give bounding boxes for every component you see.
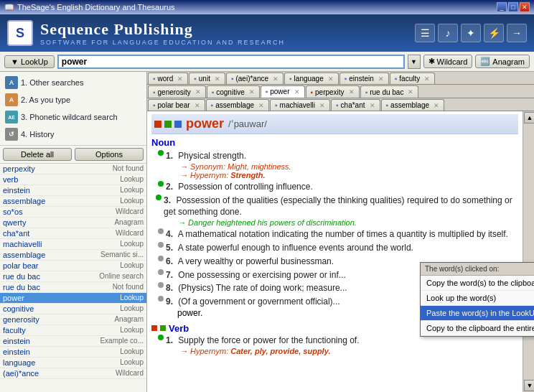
tab-tabs_row1-0[interactable]: ▪word✕ xyxy=(148,73,188,84)
tab-tabs_row1-1[interactable]: ▪unit✕ xyxy=(189,73,225,84)
history-item-17[interactable]: einsteinLookup xyxy=(0,347,146,358)
tab-tabs_row3-1[interactable]: ▪assemblage✕ xyxy=(206,99,269,111)
history-item-16[interactable]: einsteinExample co... xyxy=(0,336,146,347)
tab-close-icon[interactable]: ✕ xyxy=(177,75,183,83)
tab-tabs_row3-3[interactable]: ▪cha*ant✕ xyxy=(331,99,380,111)
tab-row-2: ▪generosity✕▪cognitive✕▪power✕▪perpexity… xyxy=(147,85,534,98)
dropdown-arrow-icon: ▼ xyxy=(11,57,19,66)
tab-close-icon[interactable]: ✕ xyxy=(195,88,201,95)
tab-close-icon[interactable]: ✕ xyxy=(294,88,300,95)
history-item-12[interactable]: powerLookup xyxy=(0,293,146,304)
tab-tabs_row3-2[interactable]: ▪machiavelli✕ xyxy=(270,99,330,111)
cm-lookup-word[interactable]: Look up the word(s) xyxy=(421,291,534,306)
history-type: Online search xyxy=(99,272,144,281)
history-item-14[interactable]: generosityAnagram xyxy=(0,314,146,325)
tab-close-icon[interactable]: ✕ xyxy=(370,102,375,109)
tab-tabs_row2-1[interactable]: ▪cognitive✕ xyxy=(207,85,260,98)
toolbar-icon-5[interactable]: → xyxy=(507,24,527,42)
search-input[interactable] xyxy=(57,55,405,69)
tab-tabs_row3-0[interactable]: ▪polar bear✕ xyxy=(148,99,205,111)
history-item-15[interactable]: facultyLookup xyxy=(0,325,146,336)
sidebar-scroll-down[interactable]: ▼ xyxy=(524,380,534,391)
tab-close-icon[interactable]: ✕ xyxy=(319,102,325,109)
history-type: Lookup xyxy=(120,358,144,367)
wildcard-button[interactable]: ✱ Wildcard xyxy=(423,55,473,68)
history-item-2[interactable]: einsteinLookup xyxy=(0,185,146,196)
tab-tabs_row2-2[interactable]: ▪power✕ xyxy=(261,85,305,98)
toolbar-icon-3[interactable]: ✦ xyxy=(461,24,481,42)
tab-label: (aei)*ance xyxy=(235,75,268,83)
tab-close-icon[interactable]: ✕ xyxy=(408,88,413,95)
content-main: power /ˈpauwar/ Noun 1. Physical strengt… xyxy=(147,111,523,392)
verb-def-1: 1. Supply the force or power for the fun… xyxy=(151,334,518,356)
history-item-6[interactable]: cha*antWildcard xyxy=(0,228,146,239)
history-item-1[interactable]: verbLookup xyxy=(0,174,146,185)
tab-tabs_row2-0[interactable]: ▪generosity✕ xyxy=(148,85,206,98)
cm-paste-word[interactable]: Paste the word(s) in the LookUp search b… xyxy=(421,306,534,321)
tab-close-icon[interactable]: ✕ xyxy=(249,88,255,95)
search-option-4[interactable]: ↺ 4. History xyxy=(2,126,144,143)
verb-hypernym-1: Hypernym: Cater, ply, provide, supply. xyxy=(166,347,360,355)
delete-all-button[interactable]: Delete all xyxy=(3,148,72,161)
tab-tabs_row2-4[interactable]: ▪rue du bac✕ xyxy=(360,85,419,98)
toolbar-icon-4[interactable]: ⚡ xyxy=(484,24,504,42)
search-option-1[interactable]: A 1. Other searches xyxy=(2,74,144,91)
history-item-0[interactable]: perpexityNot found xyxy=(0,164,146,174)
wildcard-icon: ✱ xyxy=(428,57,435,66)
history-type: Lookup xyxy=(120,326,144,335)
tab-close-icon[interactable]: ✕ xyxy=(273,75,278,83)
history-item-5[interactable]: qwertyAnagram xyxy=(0,218,146,228)
toolbar-icon-1[interactable]: ☰ xyxy=(415,24,435,42)
tab-label: unit xyxy=(199,75,210,83)
search-opt-icon-2: A xyxy=(5,93,18,106)
minimize-button[interactable]: _ xyxy=(497,2,507,12)
history-item-19[interactable]: (aei)*anceWildcard xyxy=(0,368,146,379)
tab-label: cognitive xyxy=(216,88,244,96)
history-item-7[interactable]: machiavelliLookup xyxy=(0,239,146,250)
cm-copy-definition[interactable]: Copy to the clipboard the entire definit… xyxy=(421,321,534,336)
anagram-label: Anagram xyxy=(492,57,525,66)
lookup-button[interactable]: ▼ LookUp xyxy=(4,55,55,68)
tab-tabs_row1-5[interactable]: ▪faculty✕ xyxy=(390,73,435,84)
history-item-13[interactable]: cognitiveLookup xyxy=(0,304,146,314)
close-button[interactable]: ✕ xyxy=(520,2,530,12)
history-item-3[interactable]: assemblageLookup xyxy=(0,196,146,207)
history-item-11[interactable]: rue du bacNot found xyxy=(0,282,146,293)
history-item-8[interactable]: assemblageSemantic si... xyxy=(0,250,146,261)
tab-icon: ▪ xyxy=(336,101,339,109)
sidebar-scroll-up[interactable]: ▲ xyxy=(524,112,534,123)
history-item-10[interactable]: rue du bacOnline search xyxy=(0,271,146,282)
tab-tabs_row3-4[interactable]: ▪assemblage✕ xyxy=(381,99,444,111)
history-item-18[interactable]: languageLookup xyxy=(0,358,146,368)
window-buttons: _ □ ✕ xyxy=(497,2,530,12)
def-1: 1. Physical strength. Synonym: Might, mi… xyxy=(151,149,518,180)
history-item-9[interactable]: polar bearLookup xyxy=(0,261,146,271)
tab-close-icon[interactable]: ✕ xyxy=(349,88,355,95)
maximize-button[interactable]: □ xyxy=(508,2,518,12)
tab-tabs_row2-3[interactable]: ▪perpexity✕ xyxy=(306,85,360,98)
tab-close-icon[interactable]: ✕ xyxy=(378,75,384,83)
tab-tabs_row1-4[interactable]: ▪einstein✕ xyxy=(339,73,389,84)
search-opt-label-2: 2. As you type xyxy=(21,95,70,104)
tab-tabs_row1-2[interactable]: ▪(aei)*ance✕ xyxy=(226,73,284,84)
history-type: Anagram xyxy=(114,218,144,227)
tab-close-icon[interactable]: ✕ xyxy=(258,102,264,109)
tab-icon: ▪ xyxy=(153,101,156,109)
tab-tabs_row1-3[interactable]: ▪language✕ xyxy=(284,73,339,84)
options-button[interactable]: Options xyxy=(75,148,144,161)
search-option-2[interactable]: A 2. As you type xyxy=(2,91,144,108)
anagram-button[interactable]: 🔤 Anagram xyxy=(475,55,530,68)
tab-icon: ▪ xyxy=(275,101,278,109)
tab-label: einstein xyxy=(349,75,373,83)
tab-label: machiavelli xyxy=(280,101,315,109)
history-item-4[interactable]: so*osWildcard xyxy=(0,207,146,218)
tab-close-icon[interactable]: ✕ xyxy=(328,75,334,83)
tab-close-icon[interactable]: ✕ xyxy=(215,75,220,83)
tab-close-icon[interactable]: ✕ xyxy=(434,102,439,109)
cm-copy-word[interactable]: Copy the word(s) to the clipboard xyxy=(421,276,534,291)
search-dropdown[interactable]: ▼ xyxy=(408,55,421,69)
tab-close-icon[interactable]: ✕ xyxy=(195,102,200,109)
tab-close-icon[interactable]: ✕ xyxy=(424,75,430,83)
toolbar-icon-2[interactable]: ♪ xyxy=(438,24,458,42)
search-option-3[interactable]: AE 3. Phonetic wildcard search xyxy=(2,108,144,126)
